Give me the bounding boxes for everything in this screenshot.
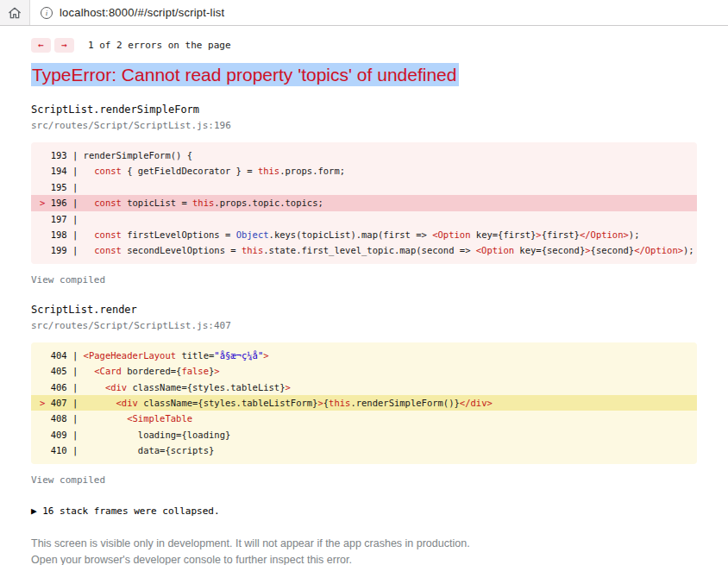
code-token: .keys(topicList).map(first => bbox=[269, 229, 433, 240]
error-nav: ← → 1 of 2 errors on the page bbox=[31, 38, 697, 53]
code-token bbox=[84, 166, 95, 176]
error-overlay: ← → 1 of 2 errors on the page TypeError:… bbox=[0, 26, 728, 565]
line-number: 197 | bbox=[51, 214, 84, 224]
line-marker-spacer bbox=[40, 430, 51, 440]
frame-location: src/routes/Script/ScriptList.js:196 bbox=[31, 120, 697, 131]
frame-function: ScriptList.renderSimpleForm bbox=[31, 104, 697, 116]
code-token: data={scripts} bbox=[84, 445, 215, 455]
line-marker-spacer bbox=[40, 366, 51, 376]
line-number: 196 | bbox=[51, 198, 84, 208]
home-icon bbox=[8, 6, 22, 20]
footer-line-1: This screen is visible only in developme… bbox=[31, 536, 697, 553]
stack-frame: ScriptList.render src/routes/Script/Scri… bbox=[31, 304, 697, 487]
code-line-highlighted: > 196 | const topicList = this.props.top… bbox=[31, 195, 697, 210]
prev-error-button[interactable]: ← bbox=[31, 38, 51, 53]
line-marker-spacer bbox=[40, 166, 51, 176]
error-title-text: TypeError: Cannot read property 'topics'… bbox=[31, 63, 459, 86]
frame-function: ScriptList.render bbox=[31, 304, 697, 316]
collapsed-frames-toggle[interactable]: ▶ 16 stack frames were collapsed. bbox=[31, 505, 697, 517]
code-token: renderSimpleForm() { bbox=[84, 150, 192, 160]
footer-line-2: Open your browser's developer console to… bbox=[31, 552, 697, 565]
code-line: 193 | renderSimpleForm() { bbox=[31, 148, 697, 163]
code-token: className={styles.tableListForm} bbox=[138, 398, 318, 408]
code-token: false bbox=[181, 366, 209, 376]
code-token: .props.form; bbox=[279, 166, 345, 176]
code-token: const bbox=[94, 198, 122, 208]
line-number: 408 | bbox=[51, 413, 84, 424]
line-number: 194 | bbox=[51, 166, 84, 176]
line-marker-spacer bbox=[40, 182, 51, 192]
error-line-marker: > bbox=[40, 198, 51, 208]
code-token: this bbox=[242, 245, 263, 255]
code-token: ); bbox=[629, 229, 640, 240]
line-marker-spacer bbox=[40, 445, 51, 455]
code-token: > bbox=[263, 350, 268, 361]
code-line-highlighted: > 407 | <div className={styles.tableList… bbox=[31, 395, 697, 411]
line-number: 409 | bbox=[51, 430, 84, 440]
line-number: 410 | bbox=[51, 445, 84, 455]
frame-location: src/routes/Script/ScriptList.js:407 bbox=[31, 320, 697, 331]
line-number: 195 | bbox=[51, 182, 84, 192]
code-token: const bbox=[94, 229, 122, 240]
code-token: ); bbox=[683, 245, 694, 255]
code-token: this bbox=[192, 198, 214, 208]
code-line: 194 | const { getFieldDecorator } = this… bbox=[31, 163, 697, 179]
code-line: 198 | const firstLevelOptions = Object.k… bbox=[31, 227, 697, 242]
code-token: <Option bbox=[432, 229, 470, 240]
line-marker-spacer bbox=[40, 150, 51, 160]
code-token: .state.first_level_topic.map(second => bbox=[263, 245, 476, 255]
right-arrow-icon: → bbox=[61, 40, 67, 51]
code-token: secondLevelOptions = bbox=[122, 245, 242, 255]
code-block: 404 | <PageHeaderLayout title="å§æ¬ç¼å">… bbox=[31, 342, 697, 464]
code-token bbox=[84, 229, 95, 240]
code-token: <Card bbox=[94, 366, 122, 376]
code-token: .props.topic.topics; bbox=[214, 198, 323, 208]
code-token bbox=[84, 198, 95, 208]
address-bar[interactable]: i localhost:8000/#/script/script-list bbox=[29, 0, 728, 25]
code-token: const bbox=[94, 245, 122, 255]
code-token: <PageHeaderLayout bbox=[84, 350, 176, 361]
code-token bbox=[84, 382, 105, 392]
code-line: 199 | const secondLevelOptions = this.st… bbox=[31, 242, 697, 258]
code-token bbox=[84, 413, 128, 424]
code-line: 195 | bbox=[31, 179, 697, 195]
code-token: "å§æ¬ç¼å" bbox=[214, 350, 263, 361]
line-marker-spacer bbox=[40, 413, 51, 424]
code-token: </Option> bbox=[634, 245, 683, 255]
code-line: 405 | <Card bordered={false}> bbox=[31, 363, 697, 379]
code-token: this bbox=[329, 398, 350, 408]
next-error-button[interactable]: → bbox=[54, 38, 74, 53]
code-token: { getFieldDecorator } = bbox=[122, 166, 258, 176]
line-number: 407 | bbox=[51, 398, 84, 408]
code-token: this bbox=[258, 166, 279, 176]
home-button[interactable] bbox=[0, 0, 29, 25]
code-token: bordered={ bbox=[122, 366, 182, 376]
line-number: 199 | bbox=[51, 245, 84, 255]
line-marker-spacer bbox=[40, 245, 51, 255]
code-token: </Option> bbox=[580, 229, 629, 240]
left-arrow-icon: ← bbox=[38, 40, 44, 51]
code-token: topicList = bbox=[122, 198, 192, 208]
browser-toolbar: i localhost:8000/#/script/script-list bbox=[0, 0, 728, 26]
code-line: 197 | bbox=[31, 211, 697, 227]
view-compiled-link[interactable]: View compiled bbox=[31, 274, 105, 286]
code-token: {second} bbox=[591, 245, 635, 255]
code-token: loading={loading} bbox=[84, 430, 231, 440]
line-marker-spacer bbox=[40, 229, 51, 240]
code-line: 406 | <div className={styles.tableList}> bbox=[31, 380, 697, 395]
url-text: localhost:8000/#/script/script-list bbox=[60, 6, 224, 19]
code-token: key={first} bbox=[470, 229, 536, 240]
site-info-icon[interactable]: i bbox=[41, 7, 53, 19]
line-number: 405 | bbox=[51, 366, 84, 376]
code-token: title= bbox=[176, 350, 214, 361]
code-token: Object bbox=[236, 229, 269, 240]
code-token: <div bbox=[116, 398, 138, 408]
code-token: > bbox=[214, 366, 219, 376]
line-number: 198 | bbox=[51, 229, 84, 240]
line-marker-spacer bbox=[40, 350, 51, 361]
code-line: 409 | loading={loading} bbox=[31, 427, 697, 443]
line-number: 193 | bbox=[51, 150, 84, 160]
code-line: 408 | <SimpleTable bbox=[31, 411, 697, 426]
code-token: className={styles.tableList} bbox=[127, 382, 285, 392]
view-compiled-link[interactable]: View compiled bbox=[31, 474, 105, 486]
